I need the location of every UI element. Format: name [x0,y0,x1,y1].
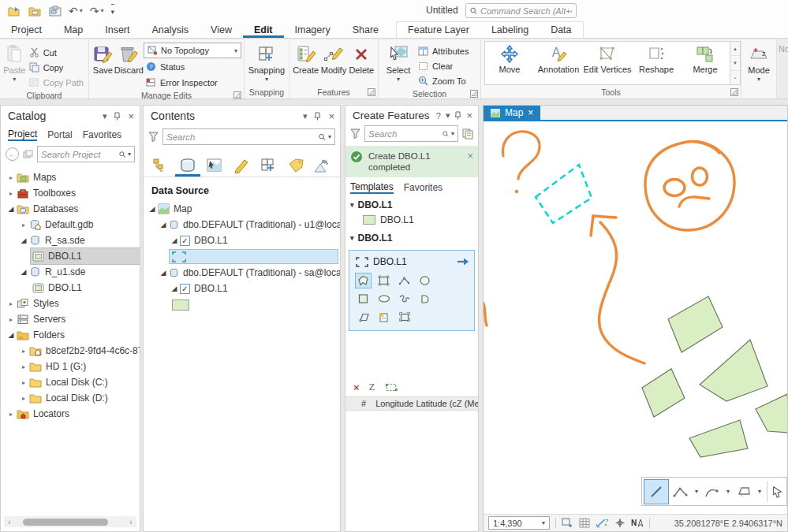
list-by-snapping-button[interactable] [256,154,281,177]
create-search-chevron-icon[interactable]: ▾ [451,130,454,137]
line-tool-chevron-icon[interactable]: ▾ [695,488,698,495]
tree-item-hd1[interactable]: ▸HD 1 (G:) [1,359,140,374]
cut-button[interactable]: Cut [27,45,86,60]
tab-view[interactable]: View [200,21,243,38]
catalog-tab-favorites[interactable]: Favorites [83,129,121,140]
package-icon[interactable] [49,4,62,18]
reshape-tool-button[interactable]: Reshape [632,42,681,84]
select-button[interactable]: Select ▾ [381,42,416,84]
tool-annotation-feature[interactable] [376,310,391,324]
catalog-horizontal-scrollbar[interactable]: ‹ › [4,516,136,527]
catalog-search-chevron-icon[interactable]: ▾ [128,151,131,158]
grid-icon[interactable] [579,518,590,528]
tab-analysis[interactable]: Analysis [141,21,200,38]
zoom-to-button[interactable]: Zoom To [416,73,471,88]
command-search[interactable] [465,3,577,18]
create-search-input[interactable] [368,129,440,139]
delete-button[interactable]: Delete [348,42,375,75]
gallery-up-icon[interactable]: ▴ [730,42,740,56]
list-by-data-source-button[interactable] [175,154,200,177]
scrollbar-thumb[interactable] [23,519,108,526]
new-map-view-icon[interactable] [562,518,573,528]
catalog-close-icon[interactable]: × [128,110,134,122]
open-project-icon[interactable] [8,4,21,18]
tree-item-local-disk-d[interactable]: ▸Local Disk (D:) [1,390,140,406]
template-group-1[interactable]: ▾DBO.L1 [345,195,478,212]
catalog-tab-portal[interactable]: Portal [47,129,72,140]
tool-half-ellipse[interactable] [417,292,432,306]
tab-data[interactable]: Data [540,22,582,38]
contents-item-source1[interactable]: ◢ dbo.DEFAULT (Traditional) - u1@localho… [144,217,340,233]
copy-path-button[interactable]: Copy Path [27,75,86,90]
tool-autocomplete-polygon[interactable] [376,273,391,288]
tree-item-r-sa-sde[interactable]: ◢R_sa.sde [1,233,140,248]
map-canvas[interactable]: ▾ ▾ ▾ [484,121,787,514]
contents-item-map[interactable]: ◢ Map [144,201,340,217]
catalog-search-input[interactable] [41,150,117,159]
edit-vertices-tool-button[interactable]: Edit Vertices [583,42,632,84]
contents-close-icon[interactable]: × [328,110,334,122]
template-group-2[interactable]: ▾DBO.L1 [345,228,478,245]
tree-item-styles[interactable]: ▸Styles [1,296,140,311]
catalog-search-box[interactable]: ▾ [37,146,135,162]
measure-icon[interactable] [596,518,609,528]
mode-chevron-icon[interactable]: ▾ [757,75,760,84]
filter-icon[interactable] [350,128,360,139]
tool-rectangle[interactable] [356,292,371,306]
modify-button[interactable]: Modify [319,42,347,75]
list-by-charts-button[interactable] [311,154,335,177]
forward-arrow-icon[interactable] [457,257,469,266]
create-button[interactable]: Create [292,42,319,75]
tab-labeling[interactable]: Labeling [480,22,540,38]
tab-edit[interactable]: Edit [243,21,284,38]
scroll-right-icon[interactable]: › [125,518,136,526]
tree-item-default-gdb[interactable]: ▸Default.gdb [1,217,140,233]
contents-search-box[interactable]: ▾ [162,128,335,145]
z-value-tool[interactable]: Z [369,381,375,393]
status-button[interactable]: ? Status [144,59,241,74]
create-pin-icon[interactable] [454,111,461,120]
filter-icon[interactable] [148,132,159,142]
notification-close-icon[interactable]: × [467,151,473,162]
manage-templates-icon[interactable] [462,128,473,140]
contents-item-layer2[interactable]: ◢ ✓ DBO.L1 [144,281,340,296]
undo-button[interactable]: ↶▾ [69,4,83,18]
snapping-button[interactable]: Snapping ▾ [249,42,284,84]
save-project-icon[interactable] [28,4,42,18]
cursor-tool[interactable] [771,480,784,504]
create-search-box[interactable]: ▾ [364,125,458,142]
redo-chevron-icon[interactable]: ▾ [100,7,103,14]
tree-item-home-folder[interactable]: ▸b8cef2b2-9fd4-4c6c-87a [1,343,140,359]
delete-sketch-icon[interactable]: × [353,381,360,393]
tool-ellipse[interactable] [376,292,391,306]
tree-item-dbo-l1[interactable]: DBO.L1 [1,280,140,296]
selection-launcher-icon[interactable]: ◿ [470,90,478,98]
tree-item-databases[interactable]: ◢Databases [1,201,140,217]
arc-segment-tool[interactable] [700,480,724,504]
tab-project[interactable]: Project [0,21,53,38]
tab-map[interactable]: Map [53,21,94,38]
tool-polygon[interactable] [356,273,371,288]
tab-imagery[interactable]: Imagery [284,21,342,38]
list-by-selection-button[interactable] [203,154,227,177]
create-tab-templates[interactable]: Templates [350,181,394,194]
contents-search-chevron-icon[interactable]: ▾ [328,133,331,140]
tab-feature-layer[interactable]: Feature Layer [397,22,480,38]
catalog-chevron-icon[interactable]: ▾ [103,111,107,121]
layer2-checkbox[interactable]: ✓ [180,284,190,294]
merge-tool-button[interactable]: Merge [681,42,730,84]
tree-item-r-u1-sde[interactable]: ◢R_u1.sde [1,264,140,280]
active-template-card[interactable]: DBO.L1 [349,250,475,331]
contents-search-input[interactable] [166,132,316,142]
layer1-checkbox[interactable]: ✓ [180,236,190,246]
select-chevron-icon[interactable]: ▾ [397,75,400,84]
create-close-icon[interactable]: × [466,110,472,121]
contents-chevron-icon[interactable]: ▾ [303,111,308,121]
north-arrow-icon[interactable]: N [631,519,644,527]
annotation-tool-button[interactable]: A Annotation [534,42,583,84]
two-point-line-tool[interactable] [669,480,693,504]
map-tab[interactable]: Map × [484,106,540,120]
mode-button[interactable]: z Mode ▾ [744,42,774,84]
tree-item-locators[interactable]: ▸Locators [1,406,140,422]
clear-button[interactable]: Clear [416,58,471,73]
